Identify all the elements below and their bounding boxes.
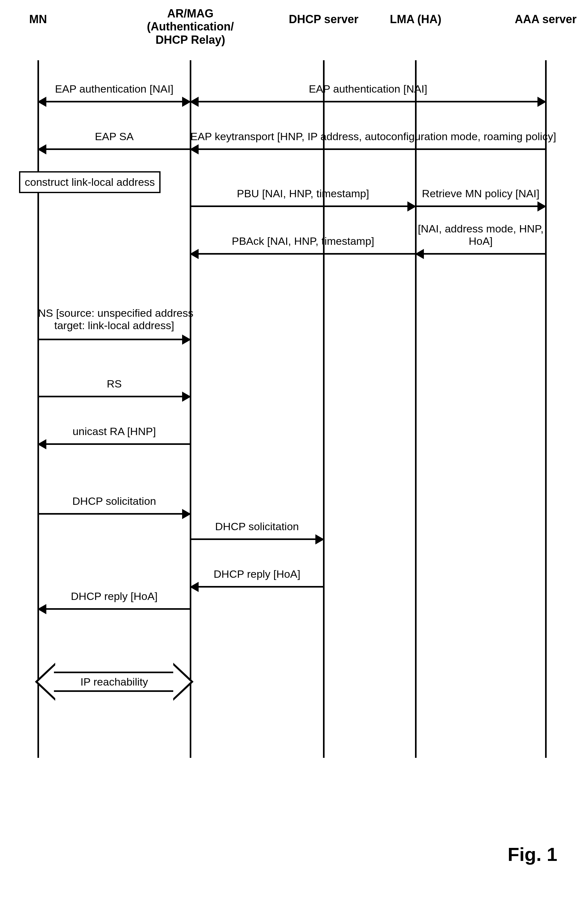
msg-label: DHCP reply [HoA] xyxy=(190,568,324,580)
msg-label: EAP SA xyxy=(38,130,190,143)
ip-reachability-arrow: IP reachability xyxy=(35,663,194,701)
msg-rs: RS xyxy=(38,390,190,403)
msg-label: EAP authentication [NAI] xyxy=(190,83,546,95)
msg-label: unicast RA [HNP] xyxy=(38,425,190,437)
actor-mn: MN xyxy=(19,13,57,26)
msg-dhcp-reply-ar: DHCP reply [HoA] xyxy=(190,580,324,593)
msg-ra: unicast RA [HNP] xyxy=(38,437,190,450)
arrow-right-icon xyxy=(173,663,194,701)
lifeline-mn xyxy=(37,60,39,758)
lifeline-lma xyxy=(415,60,417,758)
actor-dhcp: DHCP server xyxy=(276,13,371,26)
figure-label: Fig. 1 xyxy=(508,843,558,865)
msg-pback: PBAck [NAI, HNP, timestamp] xyxy=(190,248,415,260)
lifeline-aaa xyxy=(545,60,547,758)
msg-retrieve-policy: Retrieve MN policy [NAI] xyxy=(415,200,546,213)
msg-eap-auth-mn-ar: EAP authentication [NAI] xyxy=(38,95,190,108)
lifeline-armag xyxy=(190,60,191,758)
msg-eap-sa: EAP SA xyxy=(38,143,190,155)
note-construct-linklocal: construct link-local address xyxy=(19,171,161,193)
msg-dhcp-sol-ar: DHCP solicitation xyxy=(190,533,324,545)
msg-label: DHCP reply [HoA] xyxy=(38,590,190,602)
arrow-left-icon xyxy=(35,663,55,701)
actor-armag: AR/MAG (Authentication/ DHCP Relay) xyxy=(127,7,254,46)
msg-label: EAP keytransport [HNP, IP address, autoc… xyxy=(190,130,546,143)
msg-pbu: PBU [NAI, HNP, timestamp] xyxy=(190,200,415,213)
sequence-diagram: MN AR/MAG (Authentication/ DHCP Relay) D… xyxy=(13,13,571,894)
msg-label: Retrieve MN policy [NAI] xyxy=(415,187,546,200)
msg-eap-keytransport: EAP keytransport [HNP, IP address, autoc… xyxy=(190,143,546,155)
msg-label: EAP authentication [NAI] xyxy=(38,83,190,95)
msg-eap-auth-ar-aaa: EAP authentication [NAI] xyxy=(190,95,546,108)
msg-label: [NAI, address mode, HNP, HoA] xyxy=(415,223,546,248)
actor-lma: LMA (HA) xyxy=(381,13,450,26)
msg-dhcp-sol-mn: DHCP solicitation xyxy=(38,507,190,520)
actor-aaa: AAA server xyxy=(508,13,584,26)
lifeline-dhcp xyxy=(323,60,324,758)
msg-label: PBAck [NAI, HNP, timestamp] xyxy=(190,235,415,248)
msg-label: PBU [NAI, HNP, timestamp] xyxy=(190,187,415,200)
msg-label: DHCP solicitation xyxy=(38,495,190,507)
msg-label: RS xyxy=(38,378,190,390)
msg-label: NS [source: unspecified address target: … xyxy=(38,307,190,332)
msg-label: IP reachability xyxy=(54,672,174,692)
msg-dhcp-reply-mn: DHCP reply [HoA] xyxy=(38,602,190,615)
msg-label: DHCP solicitation xyxy=(190,520,324,533)
msg-policy-reply: [NAI, address mode, HNP, HoA] xyxy=(415,248,546,260)
msg-ns: NS [source: unspecified address target: … xyxy=(38,333,190,346)
